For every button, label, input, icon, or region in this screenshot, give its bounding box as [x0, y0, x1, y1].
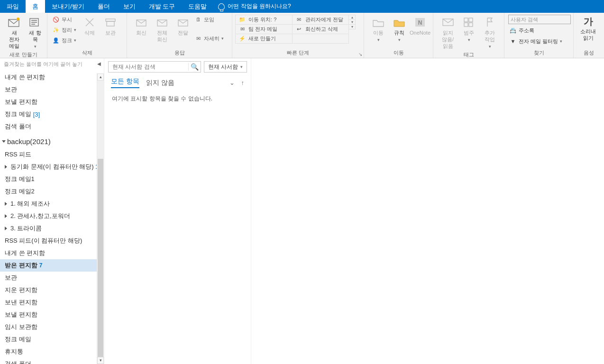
funnel-icon: ▼	[509, 37, 517, 45]
chevron-down-icon: ▾	[398, 37, 401, 43]
filter-menu-icon[interactable]: ⌄	[229, 79, 235, 86]
folder-label: 검색 폴더	[5, 360, 31, 364]
tab-file[interactable]: 파일	[0, 0, 26, 13]
folder-item[interactable]: 받은 편지함 7	[0, 259, 104, 272]
new-item-button[interactable]: 새 항목 ▾	[25, 15, 46, 50]
folder-item[interactable]: 보관	[0, 272, 104, 284]
folder-item[interactable]: 검색 폴더	[0, 120, 104, 133]
sort-ascending-icon[interactable]: ↑	[241, 79, 245, 86]
filter-all-tab[interactable]: 모든 항목	[111, 77, 139, 88]
qs-reply-delete[interactable]: ↩회신하고 삭제	[293, 25, 349, 34]
more-icon: ✉	[194, 35, 202, 42]
folder-label: 정크 메일2	[5, 187, 35, 196]
folder-item[interactable]: 보낼 편지함	[0, 309, 104, 321]
collapse-pane-icon[interactable]: ◀	[97, 61, 101, 66]
folder-item[interactable]: 정크 메일	[0, 333, 104, 346]
search-icon[interactable]: 🔍	[188, 63, 201, 71]
forward-button[interactable]: 전달	[173, 15, 193, 37]
dialog-launcher-icon[interactable]: ↘	[358, 52, 362, 57]
folder-item[interactable]: 정크 메일 [3]	[0, 108, 104, 120]
archive-button[interactable]: 보관	[100, 15, 121, 37]
chevron-up-icon[interactable]: ▴	[349, 15, 355, 20]
categorize-button[interactable]: 범주▾	[458, 15, 479, 44]
chevron-down-icon: ▾	[468, 37, 470, 43]
archive-icon	[103, 16, 118, 29]
folder-item[interactable]: 정크 메일2	[0, 185, 104, 198]
people-search-input[interactable]: 사용자 검색	[508, 15, 571, 24]
group-tags-label: 태그	[433, 50, 504, 58]
filter-unread-tab[interactable]: 읽지 않음	[146, 79, 174, 87]
reply-all-button[interactable]: 전체 회신	[152, 15, 173, 44]
search-scope-dropdown[interactable]: 현재 사서함 ▾	[204, 61, 247, 73]
folder-item[interactable]: 지운 편지함	[0, 284, 104, 296]
rules-button[interactable]: 규칙▾	[389, 15, 410, 44]
svg-rect-14	[469, 23, 473, 27]
new-mail-button[interactable]: 새 전자 메일	[4, 15, 25, 50]
read-aloud-button[interactable]: 가 소리내 읽기	[577, 15, 599, 43]
followup-button[interactable]: 추가 작업▾	[479, 15, 500, 50]
more-respond-button[interactable]: ✉자세히▾	[193, 34, 225, 43]
cleanup-button[interactable]: ✨정리▾	[51, 25, 77, 35]
meeting-icon: 🗓	[194, 16, 202, 23]
favorites-hint[interactable]: 즐겨찾는 폴더를 여기에 끌어 놓기	[0, 58, 104, 70]
folder-item[interactable]: 동기화 문제(이 컴퓨터만 해당) 10	[0, 161, 104, 173]
folder-item[interactable]: 보낼 편지함	[0, 96, 104, 108]
folder-item[interactable]: RSS 피드(이 컴퓨터만 해당)	[0, 235, 104, 247]
qs-moveto[interactable]: 📁이동 위치: ?	[236, 15, 293, 25]
nav-scrollbar[interactable]: ▴ ▾	[97, 73, 104, 364]
address-book-button[interactable]: 📇주소록	[508, 26, 569, 35]
folder-item[interactable]: 1. 해외 제조사	[0, 198, 104, 210]
group-delete-label: 삭제	[47, 48, 127, 58]
qs-manager-label: 관리자에게 전달	[305, 16, 343, 23]
folder-label: RSS 피드(이 컴퓨터만 해당)	[5, 237, 82, 245]
folder-item[interactable]: 내게 쓴 편지함	[0, 247, 104, 259]
folder-item[interactable]: 임시 보관함	[0, 321, 104, 333]
filter-email-button[interactable]: ▼전자 메일 필터링▾	[508, 36, 569, 46]
mailbox-search-input[interactable]	[109, 64, 188, 70]
scroll-up-icon[interactable]: ▴	[97, 73, 104, 81]
tab-folder[interactable]: 폴더	[91, 0, 117, 13]
folder-item[interactable]: 내게 쓴 편지함	[0, 71, 104, 83]
folder-item[interactable]: 2. 관세사,창고,포워더	[0, 210, 104, 222]
unread-read-button[interactable]: 읽지 않음/ 읽음	[437, 15, 458, 50]
tab-view[interactable]: 보기	[117, 0, 142, 13]
reply-button[interactable]: 회신	[131, 15, 152, 37]
tab-home[interactable]: 홈	[26, 0, 45, 13]
move-button[interactable]: 이동▾	[368, 15, 389, 44]
cleanup-label: 정리	[62, 27, 72, 34]
folder-item[interactable]: 휴지통	[0, 346, 104, 358]
qs-gallery-scroll[interactable]: ▴▾▾	[349, 15, 356, 29]
tellme-search[interactable]: 어떤 작업을 원하시나요?	[218, 0, 291, 13]
forward-manager-icon: ✉	[295, 16, 303, 24]
chevron-more-icon[interactable]: ▾	[349, 25, 355, 29]
ignore-button[interactable]: 🚫무시	[51, 15, 77, 24]
folder-item[interactable]: 3. 트라이콤	[0, 222, 104, 235]
account-header[interactable]: backup(2021)	[0, 133, 104, 147]
folder-label: 정크 메일	[5, 110, 31, 118]
qs-create-new[interactable]: ⚡새로 만들기	[236, 34, 293, 44]
folder-item[interactable]: RSS 피드	[0, 148, 104, 161]
svg-rect-3	[106, 19, 115, 21]
folder-item[interactable]: 정크 메일1	[0, 173, 104, 185]
tab-help[interactable]: 도움말	[182, 0, 213, 13]
categories-icon	[462, 16, 476, 29]
qs-team-mail[interactable]: ✉팀 전자 메일	[236, 25, 293, 34]
onenote-button[interactable]: NOneNote	[410, 15, 430, 37]
scroll-thumb[interactable]	[98, 159, 103, 363]
folder-count: 7	[39, 262, 43, 269]
scroll-down-icon[interactable]: ▾	[97, 357, 104, 364]
tab-developer[interactable]: 개발 도구	[142, 0, 182, 13]
chevron-down-icon[interactable]: ▾	[349, 20, 355, 25]
meeting-button[interactable]: 🗓모임	[193, 15, 225, 24]
folder-label: RSS 피드	[5, 150, 31, 159]
folder-item[interactable]: 검색 폴더	[0, 358, 104, 364]
mailbox-search-field[interactable]: 🔍	[108, 61, 201, 73]
delete-button[interactable]: 삭제	[79, 15, 100, 37]
lightbulb-icon	[218, 3, 225, 10]
tab-sendreceive[interactable]: 보내기/받기	[45, 0, 91, 13]
empty-list-message: 여기에 표시할 항목을 찾을 수 없습니다.	[104, 92, 251, 106]
folder-item[interactable]: 보관	[0, 83, 104, 96]
folder-item[interactable]: 보낸 편지함	[0, 296, 104, 309]
junk-button[interactable]: 👤정크▾	[51, 36, 77, 45]
qs-to-manager[interactable]: ✉관리자에게 전달	[293, 15, 349, 25]
